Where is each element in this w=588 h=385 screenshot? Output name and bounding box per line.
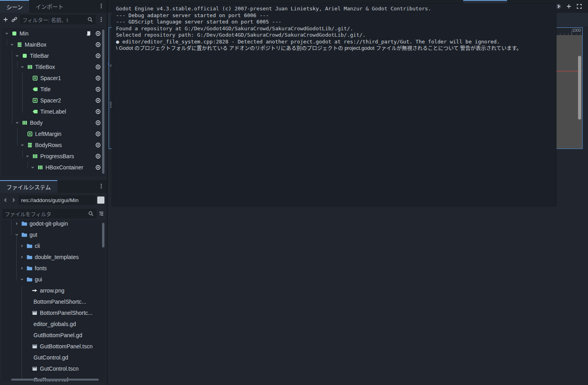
log-line-dim: --- Debug adapter server started on port… xyxy=(116,12,552,19)
scene-tree-row[interactable]: Body xyxy=(2,117,105,128)
canvas-vertical-scrollbar[interactable] xyxy=(578,56,581,120)
folder-icon xyxy=(26,254,33,260)
chevron-down-icon[interactable] xyxy=(25,154,30,159)
hboxcontainer-node-icon xyxy=(32,153,38,159)
filesystem-row[interactable]: GutControl.tscn xyxy=(2,363,105,374)
visibility-toggle-icon[interactable] xyxy=(95,153,101,159)
chevron-right-icon[interactable] xyxy=(19,244,24,248)
tree-guide xyxy=(22,151,23,157)
control-node-icon xyxy=(11,30,18,37)
chevron-down-icon[interactable] xyxy=(20,143,25,147)
scene-dock-menu-button-icon[interactable] xyxy=(98,3,104,9)
node-label: ProgressBars xyxy=(40,153,93,159)
visibility-toggle-icon[interactable] xyxy=(95,164,101,171)
filesystem-row[interactable]: BottomPanelShortc... xyxy=(2,307,105,318)
filesystem-row[interactable]: editor_globals.gd xyxy=(2,318,105,330)
chevron-down-icon[interactable] xyxy=(20,65,25,69)
tree-scrollbar[interactable] xyxy=(102,29,104,174)
filesystem-row[interactable]: godot-git-plugin xyxy=(2,220,105,229)
hboxcontainer-node-icon xyxy=(27,64,33,70)
scene-tree-row[interactable]: HBoxContainer xyxy=(2,162,105,173)
chevron-down-icon[interactable] xyxy=(30,165,35,170)
visibility-toggle-icon[interactable] xyxy=(95,108,101,115)
nav-forward-button[interactable] xyxy=(10,197,17,203)
attached-script-icon[interactable] xyxy=(85,30,92,37)
visibility-toggle-icon[interactable] xyxy=(95,120,101,126)
log-line-normal: Selected repository path: G:/Dev/Godot4G… xyxy=(116,32,552,39)
expand-window-button[interactable] xyxy=(576,3,582,10)
scene-tree-row[interactable]: TimeLabel xyxy=(2,106,105,117)
image-file-icon xyxy=(31,287,38,294)
node-label: GutBottomPanel.gd xyxy=(33,332,105,338)
filesystem-dock-menu-button[interactable] xyxy=(98,183,104,189)
chevron-down-icon[interactable] xyxy=(19,277,24,282)
visibility-toggle-icon[interactable] xyxy=(95,86,101,92)
node-label: Body xyxy=(30,120,93,126)
filesystem-row[interactable]: GutControl.gd xyxy=(2,352,105,363)
node-label: godot-git-plugin xyxy=(29,220,105,227)
chevron-right-icon[interactable] xyxy=(19,266,24,271)
filesystem-row[interactable]: GutBottomPanel.tscn xyxy=(2,341,105,352)
node-label: BottomPanelShortc... xyxy=(40,310,105,316)
visibility-toggle-icon[interactable] xyxy=(95,142,101,148)
visibility-toggle-icon[interactable] xyxy=(95,75,101,81)
instance-scene-button[interactable] xyxy=(11,16,18,23)
tab-filesystem[interactable]: ファイルシステム xyxy=(0,180,57,193)
chevron-down-icon[interactable] xyxy=(14,53,20,58)
chevron-down-icon[interactable] xyxy=(14,120,20,125)
label-node-icon xyxy=(32,108,38,115)
scene-tree-row[interactable]: Title xyxy=(2,84,105,95)
node-label: TitleBox xyxy=(35,64,93,70)
folder-icon xyxy=(26,243,33,249)
scene-tree-row[interactable]: Min xyxy=(2,28,105,39)
chevron-right-icon[interactable] xyxy=(14,221,19,226)
node-label: TimeLabel xyxy=(40,108,93,115)
tree-scrollbar[interactable] xyxy=(102,223,104,248)
vboxcontainer-node-icon xyxy=(16,41,23,48)
filesystem-filter-row: ファイルをフィルタ xyxy=(0,208,107,220)
scene-filter-input[interactable]: フィルター: 名前、t xyxy=(20,15,96,24)
visibility-toggle-icon[interactable] xyxy=(95,64,101,70)
scene-tree-row[interactable]: TitleBar xyxy=(2,50,105,61)
file-filter-input[interactable]: ファイルをフィルタ xyxy=(2,209,96,218)
scene-tree-row[interactable]: MainBox xyxy=(2,39,105,50)
left-dock: シーンインポート フィルター: 名前、t MinMainBoxTitleBarT… xyxy=(0,0,107,385)
label-node-icon xyxy=(32,86,38,92)
nav-back-button[interactable] xyxy=(2,197,9,203)
filesystem-tree: godot-git-plugingutclidouble_templatesfo… xyxy=(2,220,105,381)
tab-scene[interactable]: シーン xyxy=(0,0,29,13)
tree-guide xyxy=(17,61,18,68)
filesystem-row[interactable]: GutBottomPanel.gd xyxy=(2,330,105,341)
tree-horizontal-scrollbar[interactable] xyxy=(11,379,99,381)
visibility-toggle-icon[interactable] xyxy=(95,30,101,37)
visibility-toggle-icon[interactable] xyxy=(95,41,101,48)
annotation-line: アドオンのリポジトリにある別のプロジェクトの project.godot ファイ… xyxy=(229,45,459,51)
filesystem-row[interactable]: gui xyxy=(2,274,105,285)
sort-files-button[interactable] xyxy=(98,210,104,217)
visibility-toggle-icon[interactable] xyxy=(95,97,101,104)
filesystem-row[interactable]: double_templates xyxy=(2,251,105,263)
filesystem-row[interactable]: arrow.png xyxy=(2,285,105,296)
filesystem-row[interactable]: BottomPanelShortc... xyxy=(2,296,105,307)
scene-tree-row[interactable]: Spacer2 xyxy=(2,95,105,106)
tab-import[interactable]: インポート xyxy=(29,0,70,13)
visibility-toggle-icon[interactable] xyxy=(95,53,101,59)
visibility-toggle-icon[interactable] xyxy=(95,131,101,137)
chevron-down-icon[interactable] xyxy=(9,42,14,47)
spacer-node-icon xyxy=(27,131,33,137)
chevron-right-icon[interactable] xyxy=(19,255,24,259)
add-node-button[interactable] xyxy=(2,16,9,23)
node-label: LeftMargin xyxy=(35,131,93,137)
chevron-down-icon[interactable] xyxy=(4,31,9,36)
new-scene-tab-button[interactable] xyxy=(566,3,572,10)
annotation-pointer: \ xyxy=(116,45,118,51)
scene-dock-menu-button[interactable] xyxy=(98,16,104,23)
current-path[interactable]: res://addons/gut/gui/Min xyxy=(18,195,96,205)
filesystem-row[interactable]: fonts xyxy=(2,263,105,274)
scene-tree-row[interactable]: ProgressBars xyxy=(2,151,105,162)
scene-filter-placeholder: フィルター: 名前、t xyxy=(22,16,85,24)
filesystem-row[interactable]: gut xyxy=(2,229,105,240)
scene-tree-row[interactable]: Spacer1 xyxy=(2,73,105,84)
filesystem-row[interactable]: cli xyxy=(2,240,105,251)
folder-color-swatch-button[interactable] xyxy=(97,196,104,204)
